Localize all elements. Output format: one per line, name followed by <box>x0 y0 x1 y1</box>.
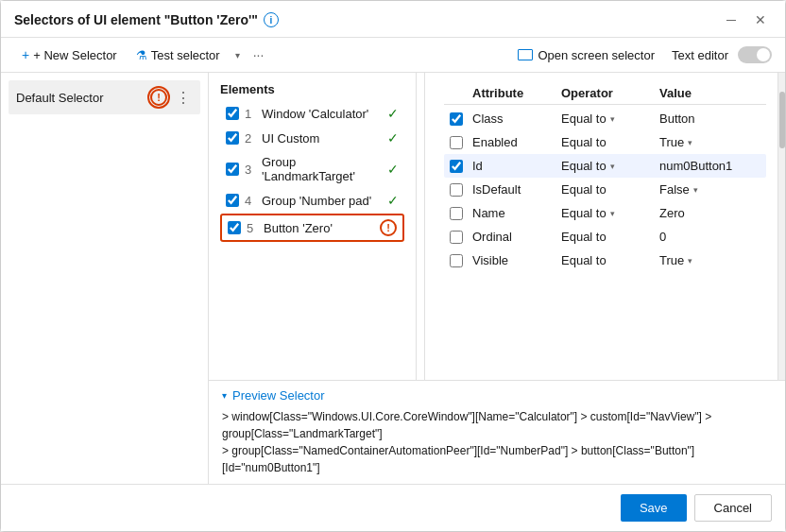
element-3-number: 3 <box>245 163 256 177</box>
isdefault-value: False <box>659 182 690 197</box>
visible-checkbox[interactable] <box>450 254 463 267</box>
selector-warning-icon: ! <box>150 89 167 106</box>
ordinal-attr-name: Ordinal <box>472 230 557 244</box>
element-5-name: Button 'Zero' <box>264 221 374 235</box>
preview-line-1: > window[Class="Windows.UI.Core.CoreWind… <box>222 408 772 442</box>
selector-more-icon[interactable]: ⋮ <box>174 89 193 107</box>
preview-line-2: > group[Class="NamedContainerAutomationP… <box>222 442 772 476</box>
list-item: Ordinal Equal to 0 <box>444 225 766 249</box>
isdefault-value-dropdown[interactable]: ▾ <box>693 185 698 195</box>
minimize-button[interactable]: ─ <box>721 10 742 29</box>
list-item: Class Equal to ▾ Button <box>444 107 766 130</box>
element-2-checkbox[interactable] <box>226 131 239 145</box>
id-value: num0Button1 <box>659 159 760 173</box>
elements-section: Elements 1 Window 'Calculator' ✓ 2 UI Cu… <box>209 73 417 380</box>
divider <box>424 73 425 380</box>
element-4-valid-icon: ✓ <box>387 193 399 208</box>
preview-label[interactable]: Preview Selector <box>232 388 325 403</box>
test-selector-label: Test selector <box>151 48 220 62</box>
element-4-number: 4 <box>245 194 256 208</box>
element-1-valid-icon: ✓ <box>387 106 399 121</box>
element-3-name: Group 'LandmarkTarget' <box>262 155 382 183</box>
scrollbar[interactable] <box>777 73 785 380</box>
enabled-attr-name: Enabled <box>472 135 557 149</box>
attribute-col-header: Attribute <box>472 86 557 100</box>
screen-icon <box>518 49 533 60</box>
element-3-checkbox[interactable] <box>226 163 239 176</box>
list-item: Name Equal to ▾ Zero <box>444 201 766 225</box>
element-2-number: 2 <box>245 131 256 146</box>
close-button[interactable]: ✕ <box>749 10 772 29</box>
dialog: Selectors of UI element "Button 'Zero'" … <box>0 0 786 532</box>
isdefault-operator: Equal to <box>561 182 656 197</box>
toolbar-left: + + New Selector ⚗ Test selector ▾ ··· <box>14 43 269 66</box>
save-button[interactable]: Save <box>621 494 687 522</box>
element-list: 1 Window 'Calculator' ✓ 2 UI Custom ✓ <box>220 102 404 242</box>
element-2-name: UI Custom <box>262 131 382 146</box>
isdefault-checkbox[interactable] <box>450 183 463 197</box>
class-operator-dropdown[interactable]: ▾ <box>610 114 615 124</box>
element-5-number: 5 <box>247 221 258 235</box>
table-row: 1 Window 'Calculator' ✓ <box>220 102 404 125</box>
element-1-checkbox[interactable] <box>226 107 239 120</box>
selector-name: Default Selector <box>16 91 104 105</box>
open-screen-selector-button[interactable]: Open screen selector <box>510 44 662 66</box>
visible-attr-name: Visible <box>472 253 557 267</box>
text-editor-label: Text editor <box>672 48 728 62</box>
preview-text: > window[Class="Windows.UI.Core.CoreWind… <box>222 408 772 476</box>
test-selector-chevron[interactable]: ▾ <box>231 46 244 64</box>
list-item: Visible Equal to True ▾ <box>444 249 766 272</box>
isdefault-attr-name: IsDefault <box>472 182 557 197</box>
cancel-button[interactable]: Cancel <box>694 494 772 522</box>
name-checkbox[interactable] <box>450 207 463 220</box>
table-row: 2 UI Custom ✓ <box>220 127 404 149</box>
preview-section: ▾ Preview Selector > window[Class="Windo… <box>209 380 785 484</box>
class-operator: Equal to ▾ <box>561 112 656 126</box>
enabled-value-dropdown[interactable]: ▾ <box>688 138 692 147</box>
new-selector-label: + New Selector <box>33 48 117 62</box>
scrollbar-thumb <box>779 92 785 148</box>
more-options-button[interactable]: ··· <box>248 43 270 66</box>
element-5-warning-icon: ! <box>380 219 397 236</box>
toolbar: + + New Selector ⚗ Test selector ▾ ··· O… <box>1 38 785 73</box>
new-selector-button[interactable]: + + New Selector <box>14 43 125 66</box>
plus-icon: + <box>22 47 29 62</box>
preview-header: ▾ Preview Selector <box>222 388 772 403</box>
ordinal-checkbox[interactable] <box>450 231 463 244</box>
enabled-checkbox[interactable] <box>450 136 463 149</box>
table-row: 5 Button 'Zero' ! <box>220 214 404 242</box>
content-area: Default Selector ! ⋮ Elements <box>1 73 785 484</box>
title-bar-left: Selectors of UI element "Button 'Zero'" … <box>14 12 279 27</box>
preview-chevron-icon[interactable]: ▾ <box>222 390 227 401</box>
table-row: 3 Group 'LandmarkTarget' ✓ <box>220 151 404 187</box>
class-attr-name: Class <box>472 112 557 126</box>
id-checkbox[interactable] <box>450 160 463 173</box>
attributes-header: Attribute Operator Value <box>444 82 766 105</box>
element-3-valid-icon: ✓ <box>387 162 399 177</box>
flask-icon: ⚗ <box>136 48 147 62</box>
text-editor-toggle[interactable] <box>738 46 772 63</box>
list-item: IsDefault Equal to False ▾ <box>444 178 766 201</box>
visible-operator: Equal to <box>561 253 656 267</box>
test-selector-button[interactable]: ⚗ Test selector <box>128 44 228 66</box>
default-selector-item[interactable]: Default Selector ! ⋮ <box>9 80 200 114</box>
ordinal-value: 0 <box>659 230 760 244</box>
left-panel: Default Selector ! ⋮ <box>1 73 209 484</box>
footer: Save Cancel <box>1 484 785 531</box>
selector-warning-border: ! <box>147 86 170 109</box>
visible-value: True <box>659 253 684 267</box>
id-operator: Equal to ▾ <box>561 159 656 173</box>
operator-col-header: Operator <box>561 86 656 100</box>
value-col-header: Value <box>659 86 760 100</box>
element-4-checkbox[interactable] <box>226 194 239 207</box>
name-operator-dropdown[interactable]: ▾ <box>610 209 615 218</box>
class-checkbox[interactable] <box>450 112 463 126</box>
open-screen-label: Open screen selector <box>538 48 655 62</box>
id-attr-name: Id <box>472 159 557 173</box>
element-4-name: Group 'Number pad' <box>262 194 382 208</box>
element-5-checkbox[interactable] <box>228 221 241 234</box>
id-operator-dropdown[interactable]: ▾ <box>610 162 615 171</box>
table-row: 4 Group 'Number pad' ✓ <box>220 189 404 212</box>
visible-value-dropdown[interactable]: ▾ <box>688 256 692 266</box>
info-icon[interactable]: i <box>264 12 279 27</box>
